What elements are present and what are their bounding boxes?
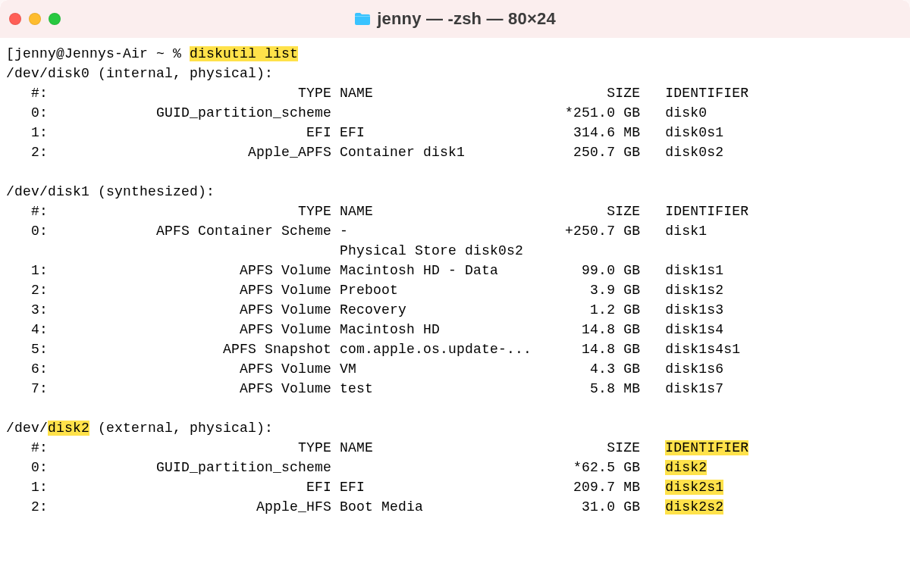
disk-device-line: /dev/disk1 (synthesized): [6, 182, 905, 202]
disk-device-line: /dev/disk0 (internal, physical): [6, 64, 905, 83]
highlight-identifier: disk2s2 [665, 499, 723, 514]
minimize-icon[interactable] [29, 13, 41, 25]
disk-extra-row: Physical Store disk0s2 [6, 241, 905, 261]
terminal-output[interactable]: [jenny@Jennys-Air ~ % diskutil list/dev/… [0, 38, 910, 523]
disk-row: 2: Apple_HFS Boot Media 31.0 GB disk2s2 [6, 497, 905, 517]
traffic-lights [9, 13, 61, 25]
terminal-window: jenny — -zsh — 80×24 [jenny@Jennys-Air ~… [0, 0, 910, 588]
zoom-icon[interactable] [49, 13, 61, 25]
window-title: jenny — -zsh — 80×24 [377, 9, 556, 29]
close-icon[interactable] [9, 13, 21, 25]
disk-row: 0: APFS Container Scheme - +250.7 GB dis… [6, 221, 905, 241]
highlight-command: diskutil list [190, 46, 298, 61]
highlight-identifier: disk2 [665, 460, 707, 475]
disk-header-row: #: TYPE NAME SIZE IDENTIFIER [6, 438, 905, 458]
disk-row: 1: EFI EFI 209.7 MB disk2s1 [6, 477, 905, 497]
disk-row: 0: GUID_partition_scheme *251.0 GB disk0 [6, 103, 905, 123]
disk-row: 0: GUID_partition_scheme *62.5 GB disk2 [6, 458, 905, 477]
disk-header-row: #: TYPE NAME SIZE IDENTIFIER [6, 83, 905, 103]
disk-row: 5: APFS Snapshot com.apple.os.update-...… [6, 339, 905, 359]
disk-row: 4: APFS Volume Macintosh HD 14.8 GB disk… [6, 320, 905, 339]
blank-line [6, 399, 905, 418]
disk-row: 1: APFS Volume Macintosh HD - Data 99.0 … [6, 261, 905, 280]
disk-row: 3: APFS Volume Recovery 1.2 GB disk1s3 [6, 300, 905, 320]
folder-icon [354, 12, 371, 26]
prompt-line: [jenny@Jennys-Air ~ % diskutil list [6, 44, 905, 64]
disk-row: 2: Apple_APFS Container disk1 250.7 GB d… [6, 142, 905, 162]
highlight-identifier: disk2s1 [665, 480, 723, 495]
titlebar[interactable]: jenny — -zsh — 80×24 [0, 0, 910, 38]
highlight-identifier: IDENTIFIER [665, 440, 748, 455]
disk-row: 2: APFS Volume Preboot 3.9 GB disk1s2 [6, 280, 905, 300]
title-wrap: jenny — -zsh — 80×24 [0, 9, 910, 30]
disk-device-line: /dev/disk2 (external, physical): [6, 418, 905, 438]
highlight-device: disk2 [48, 421, 89, 436]
disk-row: 1: EFI EFI 314.6 MB disk0s1 [6, 123, 905, 142]
disk-row: 7: APFS Volume test 5.8 MB disk1s7 [6, 379, 905, 399]
disk-header-row: #: TYPE NAME SIZE IDENTIFIER [6, 202, 905, 221]
disk-row: 6: APFS Volume VM 4.3 GB disk1s6 [6, 359, 905, 379]
blank-line [6, 162, 905, 182]
